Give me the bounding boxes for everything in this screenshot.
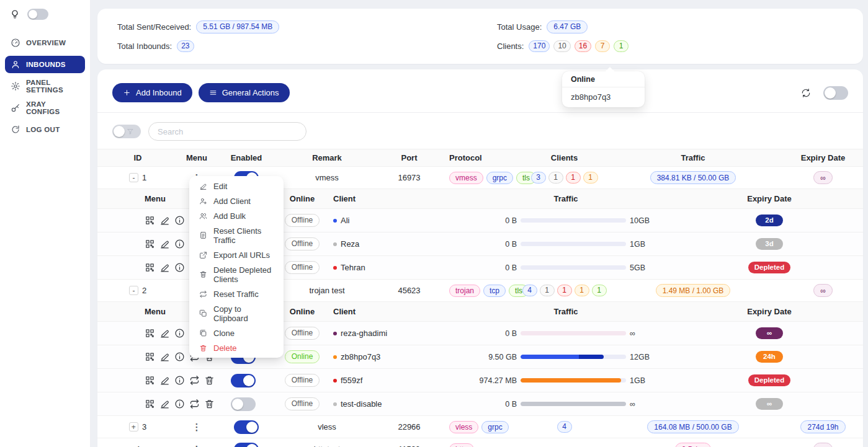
client-color-dot	[333, 402, 337, 406]
protocol-tag: tcp	[483, 285, 506, 297]
auto-refresh-toggle[interactable]	[823, 86, 848, 100]
info-button[interactable]	[174, 375, 185, 386]
info-button[interactable]	[174, 215, 185, 226]
trash-button[interactable]	[204, 399, 215, 409]
info-button[interactable]	[174, 328, 185, 339]
menu-item-add-bulk[interactable]: Add Bulk	[192, 208, 281, 223]
add-inbound-button[interactable]: Add Inbound	[112, 83, 192, 102]
expand-toggle[interactable]: -	[129, 173, 138, 182]
doc-reset-icon	[199, 231, 207, 239]
client-count-pill[interactable]: 170	[529, 40, 550, 52]
client-color-dot	[333, 332, 337, 335]
qr-code-button[interactable]	[145, 352, 155, 362]
menu-item-delete-depleted-clients[interactable]: Delete Depleted Clients	[192, 262, 281, 286]
client-count-pill[interactable]: 4	[522, 285, 537, 296]
client-count-pill[interactable]: 1	[548, 172, 563, 184]
client-count-pill[interactable]: 3	[531, 172, 546, 184]
edit-button[interactable]	[159, 215, 170, 226]
trash-button[interactable]	[204, 375, 215, 386]
qr-code-button[interactable]	[145, 262, 155, 273]
client-count-pill[interactable]: 1	[583, 172, 598, 184]
filter-toggle[interactable]	[112, 125, 141, 138]
client-color-dot	[333, 266, 337, 270]
inbound-enabled-toggle[interactable]	[234, 443, 259, 447]
client-enabled-toggle[interactable]	[231, 374, 256, 387]
inbound-expiry-pill: ∞	[813, 284, 833, 297]
edit-button[interactable]	[159, 239, 170, 249]
edit-button[interactable]	[159, 399, 170, 409]
qr-code-button[interactable]	[145, 215, 155, 226]
client-traffic: 0 B 1GB	[445, 240, 687, 249]
key-icon	[11, 103, 20, 113]
column-header-port: Port	[377, 153, 442, 162]
edit-button[interactable]	[159, 328, 170, 339]
menu-item-edit[interactable]: Edit	[192, 179, 281, 193]
traffic-progress-bar	[521, 402, 626, 406]
menu-item-delete[interactable]: Delete	[192, 340, 281, 355]
client-count-pill[interactable]: 10	[553, 40, 570, 52]
inbound-traffic-pill: 384.81 KB / 50.00 GB	[650, 171, 736, 184]
search-input[interactable]	[148, 122, 306, 141]
client-expiry-badge: 2d	[756, 215, 783, 226]
menu-item-add-client[interactable]: Add Client	[192, 193, 281, 208]
repeat-button[interactable]	[189, 375, 200, 386]
menu-item-reset-clients-traffic[interactable]: Reset Clients Traffic	[192, 223, 281, 247]
client-count-pill[interactable]: 1	[540, 285, 555, 296]
trash-icon	[199, 270, 207, 278]
client-actions	[97, 399, 215, 409]
protocol-tag: vmess	[449, 172, 483, 184]
stats-card: Total Sent/Received: 5.51 GB / 987.54 MB…	[97, 9, 863, 64]
sidebar-item-xray-configs[interactable]: XRAY CONFIGS	[5, 99, 85, 117]
qr-code-button[interactable]	[145, 328, 155, 339]
edit-button[interactable]	[159, 352, 170, 362]
client-count-pill[interactable]: 1	[557, 285, 572, 296]
sidebar-item-label: PANEL SETTINGS	[26, 79, 79, 94]
client-count-pill[interactable]: 4	[557, 421, 572, 433]
plus-icon	[123, 89, 131, 97]
refresh-icon[interactable]	[801, 88, 811, 98]
client-count-pill[interactable]: 1	[614, 40, 629, 52]
expand-toggle[interactable]: +	[129, 422, 138, 432]
qr-code-button[interactable]	[145, 239, 155, 249]
client-count-pills: 170101671	[529, 40, 629, 52]
column-header-id: ID	[97, 153, 178, 162]
sidebar-item-label: OVERVIEW	[26, 39, 66, 46]
row-menu-button[interactable]: ⋮	[192, 423, 202, 432]
inbound-expiry-pill: 274d 19h	[800, 420, 845, 433]
qr-code-button[interactable]	[145, 375, 155, 386]
inbound-row: 4 ⋮ httptest 11503 http 0 B / ∞ ∞	[97, 438, 863, 447]
info-button[interactable]	[174, 352, 185, 362]
qr-code-button[interactable]	[145, 399, 155, 409]
client-count-pill[interactable]: 16	[575, 40, 591, 52]
traffic-cap: 5GB	[630, 263, 656, 272]
repeat-button[interactable]	[189, 399, 200, 409]
sidebar-item-log-out[interactable]: LOG OUT	[5, 121, 85, 138]
general-actions-button[interactable]: General Actions	[199, 83, 290, 102]
sidebar-item-panel-settings[interactable]: PANEL SETTINGS	[5, 77, 85, 95]
menu-item-label: Edit	[213, 182, 227, 191]
info-button[interactable]	[174, 262, 185, 273]
client-count-pill[interactable]: 7	[595, 40, 610, 52]
info-button[interactable]	[174, 399, 185, 409]
total-inbounds-value: 23	[177, 40, 194, 52]
row-menu-button[interactable]: ⋮	[192, 445, 202, 447]
stats-right: Total Usage: 6.47 GB Clients: 170101671	[497, 20, 629, 53]
sidebar-item-overview[interactable]: OVERVIEW	[5, 34, 85, 51]
inbound-port: 22966	[398, 422, 420, 432]
inbound-enabled-toggle[interactable]	[234, 420, 259, 434]
client-count-pill[interactable]: 1	[566, 172, 581, 184]
menu-item-copy-to-clipboard[interactable]: Copy to Clipboard	[192, 301, 281, 325]
sidebar-item-inbounds[interactable]: INBOUNDS	[5, 56, 85, 73]
menu-item-reset-traffic[interactable]: Reset Traffic	[192, 286, 281, 301]
client-counts-cell: 3111	[526, 172, 603, 184]
client-count-pill[interactable]: 1	[575, 285, 589, 296]
menu-item-export-all-urls[interactable]: Export All URLs	[192, 247, 281, 262]
theme-toggle[interactable]	[27, 9, 48, 20]
edit-button[interactable]	[159, 375, 170, 386]
client-enabled-toggle[interactable]	[231, 397, 256, 411]
info-button[interactable]	[174, 239, 185, 249]
online-clients-popover: Online zb8hpo7q3	[562, 71, 645, 107]
menu-item-clone[interactable]: Clone	[192, 325, 281, 340]
edit-button[interactable]	[159, 262, 170, 273]
expand-toggle[interactable]: -	[129, 286, 138, 295]
